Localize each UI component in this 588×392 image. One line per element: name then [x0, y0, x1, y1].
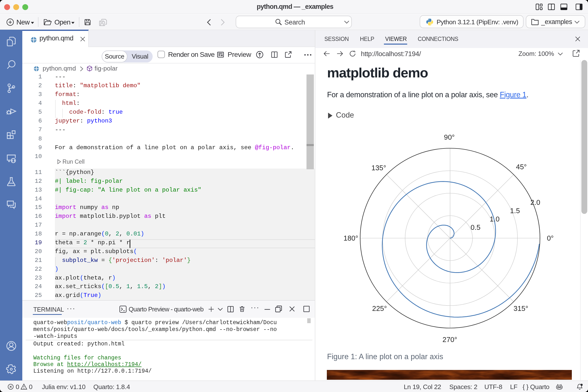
svg-text:270°: 270°: [442, 336, 457, 344]
svg-text:225°: 225°: [372, 304, 387, 312]
svg-text:315°: 315°: [514, 304, 528, 312]
svg-text:1.5: 1.5: [510, 207, 520, 214]
svg-text:2.0: 2.0: [530, 198, 540, 206]
svg-text:1.0: 1.0: [490, 215, 500, 223]
svg-text:135°: 135°: [372, 164, 386, 172]
svg-text:45°: 45°: [516, 163, 527, 171]
svg-text:0.5: 0.5: [471, 224, 480, 231]
svg-text:0°: 0°: [547, 234, 554, 242]
svg-text:180°: 180°: [344, 234, 358, 242]
svg-text:90°: 90°: [444, 133, 455, 141]
